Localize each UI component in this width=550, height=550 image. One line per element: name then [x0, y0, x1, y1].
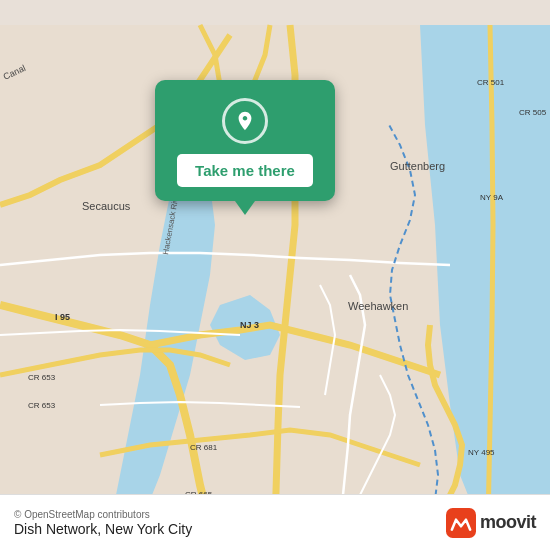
- svg-text:Guttenberg: Guttenberg: [390, 160, 445, 172]
- svg-text:Secaucus: Secaucus: [82, 200, 131, 212]
- svg-text:CR 653: CR 653: [28, 373, 56, 382]
- location-name: Dish Network, New York City: [14, 521, 192, 537]
- map-container: I 95 NJ 3 CR 653 CR 653 CR 681 CR 665 NY…: [0, 0, 550, 550]
- bottom-bar: © OpenStreetMap contributors Dish Networ…: [0, 494, 550, 550]
- svg-text:NJ 3: NJ 3: [240, 320, 259, 330]
- svg-text:CR 501: CR 501: [477, 78, 505, 87]
- location-icon-wrap: [222, 98, 268, 144]
- svg-text:CR 681: CR 681: [190, 443, 218, 452]
- attribution-text: © OpenStreetMap contributors: [14, 509, 192, 520]
- svg-rect-19: [446, 508, 476, 538]
- svg-text:CR 653: CR 653: [28, 401, 56, 410]
- svg-text:I 95: I 95: [55, 312, 70, 322]
- svg-text:CR 505: CR 505: [519, 108, 547, 117]
- take-me-there-button[interactable]: Take me there: [177, 154, 313, 187]
- popup-card: Take me there: [155, 80, 335, 201]
- svg-text:NY 9A: NY 9A: [480, 193, 504, 202]
- location-pin-icon: [234, 110, 256, 132]
- bottom-info: © OpenStreetMap contributors Dish Networ…: [14, 509, 192, 537]
- svg-text:NY 495: NY 495: [468, 448, 495, 457]
- svg-text:Weehawken: Weehawken: [348, 300, 408, 312]
- moovit-text: moovit: [480, 512, 536, 533]
- moovit-logo-icon: [446, 508, 476, 538]
- moovit-logo: moovit: [446, 508, 536, 538]
